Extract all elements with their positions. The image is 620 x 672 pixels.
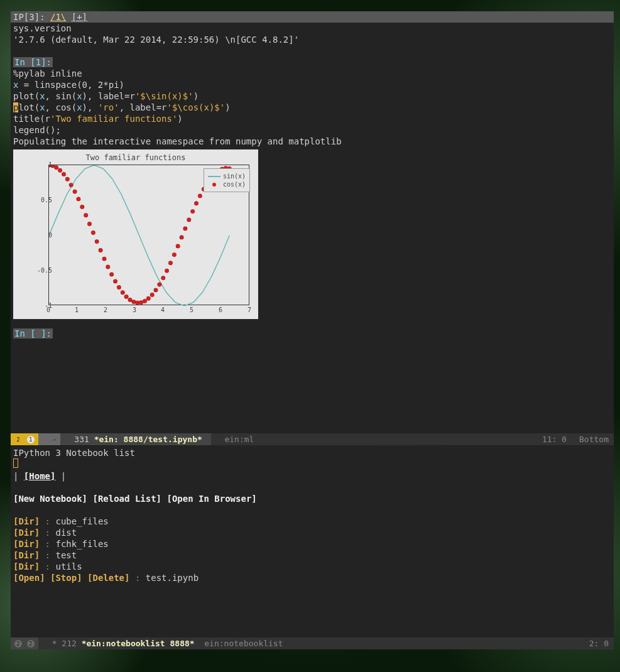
svg-point-39	[191, 209, 195, 213]
plot-output: Two familiar functions 1 0.5 0 -0.5 -1 0…	[13, 149, 258, 319]
home-link[interactable]: [Home]	[24, 471, 56, 481]
svg-point-40	[194, 202, 198, 205]
cell1-prompt: In [1]:	[11, 57, 614, 68]
svg-point-37	[183, 227, 187, 230]
delete-button[interactable]: [Delete]	[87, 573, 129, 583]
tab-add[interactable]: [+]	[72, 12, 87, 22]
list-item[interactable]: [Dir] : dist	[13, 527, 611, 538]
xtick: 6	[219, 306, 222, 313]
modeline-top: 2 1 - 331 *ein: 8888/test.ipynb* ein:ml …	[11, 433, 614, 445]
nb-breadcrumb: | [Home] |	[13, 470, 611, 482]
cell0-output: '2.7.6 (default, Mar 22 2014, 22:59:56) …	[11, 34, 614, 45]
svg-point-27	[146, 296, 150, 300]
list-item[interactable]: [Dir] : utils	[13, 561, 611, 572]
svg-point-8	[77, 197, 80, 201]
svg-point-14	[99, 248, 102, 252]
cell1-line3[interactable]: plot(x, sin(x), label=r'$\sin(x)$')	[11, 90, 614, 102]
modeline-bottom: 2 2 * 212 *ein:notebooklist 8888* ein:no…	[11, 637, 614, 649]
svg-point-23	[132, 300, 136, 303]
xtick: 5	[190, 306, 193, 313]
svg-point-29	[154, 288, 158, 292]
svg-point-12	[91, 230, 95, 234]
stop-button[interactable]: [Stop]	[50, 573, 82, 583]
ytick: 0.5	[41, 197, 52, 203]
buffer-name: *ein:notebooklist 8888*	[82, 637, 195, 649]
svg-point-34	[172, 252, 176, 256]
svg-point-24	[136, 301, 139, 305]
nb-title: IPython 3 Notebook list	[13, 447, 611, 458]
svg-point-21	[124, 295, 128, 298]
xtick: 7	[247, 306, 251, 313]
svg-point-18	[113, 279, 117, 283]
svg-point-11	[87, 222, 91, 225]
svg-point-26	[143, 299, 146, 303]
xtick: 3	[133, 306, 136, 313]
svg-point-15	[102, 257, 106, 261]
cell1-line5[interactable]: title(r'Two familiar functions')	[11, 113, 614, 124]
svg-point-7	[73, 190, 77, 193]
cell1-output: Populating the interactive namespace fro…	[11, 136, 614, 147]
ip-label: IP[3]:	[13, 12, 45, 22]
reload-list-button[interactable]: [Reload List]	[92, 494, 161, 504]
legend-line-icon	[208, 176, 220, 177]
svg-point-33	[168, 261, 172, 265]
svg-point-31	[161, 276, 165, 279]
nb-actions: [New Notebook] [Reload List] [Open In Br…	[13, 493, 611, 504]
list-item-file[interactable]: [Open] [Stop] [Delete] : test.ipynb	[13, 572, 611, 583]
tab-1[interactable]: /1\	[50, 12, 66, 22]
list-item[interactable]: [Dir] : fchk_files	[13, 538, 611, 550]
plot-legend: sin(x) cos(x)	[204, 168, 250, 192]
svg-point-17	[110, 273, 114, 276]
ytick: 1	[48, 161, 52, 168]
cell1-line4[interactable]: plot(x, cos(x), 'ro', label=r'$\cos(x)$'…	[11, 102, 614, 113]
list-item[interactable]: [Dir] : test	[13, 550, 611, 561]
plot-title: Two familiar functions	[86, 153, 186, 162]
new-notebook-button[interactable]: [New Notebook]	[13, 494, 87, 504]
svg-point-3	[58, 168, 62, 172]
cell1-line1[interactable]: %pylab inline	[11, 68, 614, 79]
ytick: -0.5	[37, 267, 52, 274]
xtick: 4	[161, 306, 165, 313]
svg-point-2	[55, 166, 58, 170]
header-tabs[interactable]: IP[3]: /1\ [+]	[11, 11, 614, 23]
svg-point-6	[69, 183, 73, 187]
svg-point-9	[80, 205, 84, 209]
cell1-line6[interactable]: legend();	[11, 124, 614, 136]
svg-point-4	[62, 172, 65, 176]
xtick: 0	[46, 306, 50, 313]
svg-point-35	[176, 244, 180, 248]
notebooklist-pane[interactable]: IPython 3 Notebook list | [Home] | [New …	[11, 446, 614, 637]
cursor	[13, 458, 18, 468]
svg-point-13	[95, 239, 99, 243]
open-browser-button[interactable]: [Open In Browser]	[166, 494, 256, 504]
svg-point-36	[180, 236, 183, 239]
svg-point-16	[106, 265, 110, 269]
xtick: 1	[75, 306, 79, 313]
ytick: 0	[48, 232, 52, 239]
svg-point-10	[84, 214, 88, 217]
svg-point-20	[121, 291, 124, 295]
svg-point-28	[150, 293, 154, 296]
buffer-name: *ein: 8888/test.ipynb*	[94, 433, 202, 445]
spacer	[11, 319, 614, 328]
svg-point-41	[198, 194, 202, 198]
xtick: 2	[104, 306, 107, 313]
list-item[interactable]: [Dir] : cube_files	[13, 516, 611, 527]
cell2-prompt[interactable]: In [ ]:	[11, 328, 614, 339]
spacer	[11, 45, 614, 57]
svg-point-25	[139, 300, 143, 304]
svg-point-38	[187, 218, 191, 222]
svg-point-32	[165, 269, 168, 273]
svg-point-5	[65, 177, 69, 181]
editor-pane[interactable]: IP[3]: /1\ [+] sys.version '2.7.6 (defau…	[11, 11, 614, 433]
cell1-line2[interactable]: x = linspace(0, 2*pi)	[11, 79, 614, 90]
legend-dot-icon	[212, 183, 216, 187]
cell0-input[interactable]: sys.version	[11, 23, 614, 34]
open-button[interactable]: [Open]	[13, 573, 45, 583]
svg-point-30	[158, 283, 161, 286]
svg-point-19	[117, 285, 121, 289]
svg-point-22	[128, 298, 132, 301]
